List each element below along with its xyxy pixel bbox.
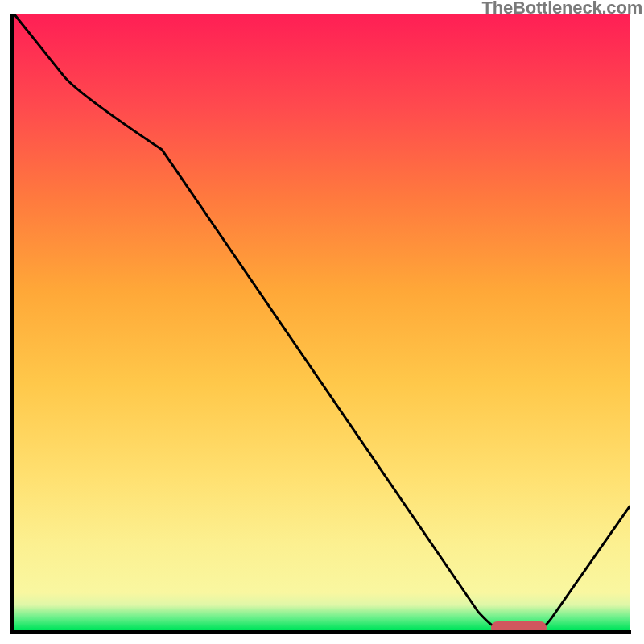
axis-left <box>10 14 14 634</box>
axis-bottom <box>10 630 631 634</box>
plot-area <box>14 14 630 630</box>
watermark-text: TheBottleneck.com <box>481 0 642 19</box>
chart-canvas: TheBottleneck.com <box>0 0 644 644</box>
